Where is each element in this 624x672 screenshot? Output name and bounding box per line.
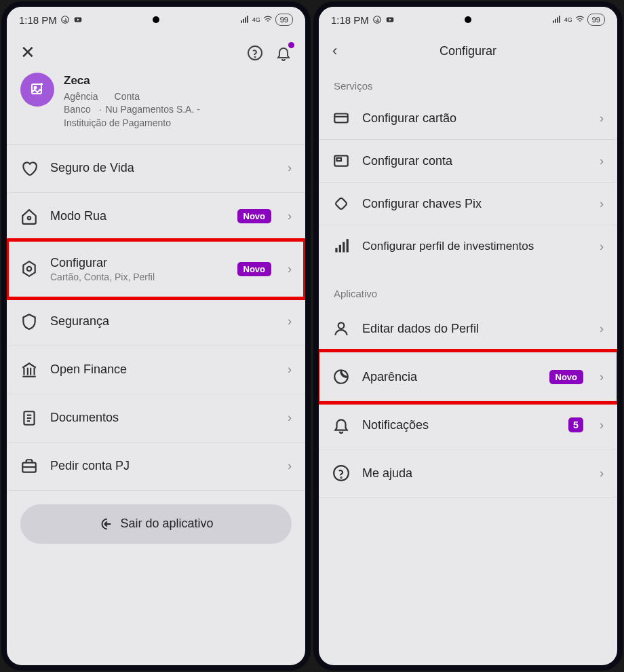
screen-header: ‹ Configurar [319, 33, 617, 72]
settings-list: Configurar cartão › Configurar conta › C… [319, 97, 617, 267]
svg-rect-33 [339, 245, 341, 253]
home-shield-icon [20, 208, 38, 225]
svg-point-0 [62, 16, 69, 24]
chevron-right-icon: › [288, 362, 292, 377]
item-editar-perfil[interactable]: Editar dados do Perfil › [319, 305, 617, 353]
menu-modo-rua[interactable]: Modo Rua Novo › [7, 193, 305, 241]
help-icon[interactable] [247, 45, 263, 61]
battery-level: 99 [275, 14, 293, 26]
phone-right: 1:18 PM 4G 99 ‹ Configurar Serviços Conf… [313, 1, 623, 671]
svg-rect-32 [335, 248, 337, 253]
item-notificacoes[interactable]: Notificações 5 › [319, 401, 617, 449]
menu-label: Open Finance [50, 362, 275, 377]
menu-configurar[interactable]: Configurar Cartão, Conta, Pix, Perfil No… [7, 241, 305, 298]
avatar [20, 73, 54, 107]
account-label: Conta [115, 90, 140, 104]
whatsapp-icon [60, 15, 70, 24]
item-configurar-conta[interactable]: Configurar conta › [319, 140, 617, 183]
svg-rect-25 [557, 18, 558, 23]
close-icon[interactable]: ✕ [20, 42, 35, 63]
svg-rect-30 [337, 158, 342, 161]
person-icon [332, 320, 350, 337]
help-icon [332, 464, 350, 482]
svg-rect-35 [347, 239, 349, 253]
document-icon [20, 409, 38, 427]
svg-point-11 [28, 217, 31, 219]
chevron-right-icon: › [600, 418, 604, 432]
youtube-icon [385, 15, 395, 24]
chevron-right-icon: › [288, 161, 292, 175]
novo-badge: Novo [549, 370, 584, 384]
chevron-right-icon: › [600, 322, 604, 336]
svg-rect-31 [335, 198, 347, 210]
chevron-right-icon: › [288, 262, 292, 276]
count-badge: 5 [568, 417, 583, 432]
profile-name: Zeca [64, 73, 200, 89]
svg-rect-3 [241, 20, 242, 23]
menu-open-finance[interactable]: Open Finance › [7, 346, 305, 394]
item-configurar-cartao[interactable]: Configurar cartão › [319, 97, 617, 140]
status-time: 1:18 PM [19, 14, 57, 26]
bank-icon [20, 361, 38, 379]
network-label: 4G [564, 16, 572, 23]
menu-seguranca[interactable]: Segurança › [7, 298, 305, 346]
menu-label: Segurança [50, 314, 275, 329]
bank-name: Nu Pagamentos S.A. - [106, 103, 200, 117]
svg-rect-4 [243, 19, 244, 23]
svg-point-8 [255, 56, 256, 57]
logout-button[interactable]: Sair do aplicativo [20, 504, 292, 544]
youtube-icon [73, 15, 83, 24]
page-title: Configurar [353, 44, 583, 58]
briefcase-icon [20, 458, 38, 475]
menu-pedir-conta-pj[interactable]: Pedir conta PJ › [7, 443, 305, 491]
bell-icon[interactable] [275, 45, 292, 61]
svg-marker-12 [23, 261, 35, 276]
chevron-right-icon: › [288, 411, 292, 425]
app-settings-list: Editar dados do Perfil › Aparência Novo … [319, 305, 617, 665]
wifi-icon [575, 15, 585, 24]
menu-sublabel: Cartão, Conta, Pix, Perfil [50, 272, 225, 282]
menu-label: Aparência [362, 370, 537, 384]
bank-institution: Instituição de Pagamento [64, 117, 200, 130]
menu-label: Pedir conta PJ [50, 459, 275, 473]
bell-icon [332, 416, 350, 434]
svg-rect-34 [343, 242, 345, 253]
profile-section[interactable]: Zeca Agência Conta Banco · Nu Pagamentos… [7, 69, 305, 145]
chart-icon [332, 238, 350, 255]
wifi-icon [263, 15, 273, 24]
account-icon [332, 152, 350, 170]
svg-point-36 [338, 322, 345, 329]
moon-icon [332, 368, 350, 386]
section-services: Serviços [319, 72, 617, 97]
svg-point-10 [35, 87, 37, 89]
menu-seguro-vida[interactable]: Seguro de Vida › [7, 145, 305, 193]
heart-icon [20, 160, 38, 177]
pix-icon [332, 195, 350, 212]
menu-list: Seguro de Vida › Modo Rua Novo › Configu… [7, 145, 305, 665]
menu-label: Editar dados do Perfil [362, 322, 587, 336]
novo-badge: Novo [237, 209, 272, 223]
svg-rect-5 [245, 18, 246, 23]
menu-label: Modo Rua [50, 209, 225, 223]
status-bar: 1:18 PM 4G 99 [7, 7, 305, 33]
menu-label: Seguro de Vida [50, 161, 275, 175]
chevron-right-icon: › [600, 197, 604, 211]
chevron-right-icon: › [288, 314, 292, 329]
back-icon[interactable]: ‹ [332, 42, 353, 60]
item-aparencia[interactable]: Aparência Novo › [319, 353, 617, 401]
network-label: 4G [252, 16, 260, 23]
item-configurar-pix[interactable]: Configurar chaves Pix › [319, 183, 617, 225]
item-configurar-investimentos[interactable]: Configurar perfil de investimentos › [319, 225, 617, 267]
shield-icon [20, 313, 38, 331]
menu-label: Configurar cartão [362, 111, 587, 126]
svg-rect-24 [555, 19, 556, 23]
svg-point-20 [374, 16, 381, 24]
chevron-right-icon: › [600, 154, 604, 168]
svg-point-39 [340, 477, 341, 478]
status-bar: 1:18 PM 4G 99 [319, 7, 617, 33]
whatsapp-icon [372, 15, 382, 24]
menu-label: Configurar chaves Pix [362, 197, 587, 211]
item-me-ajuda[interactable]: Me ajuda › [319, 449, 617, 498]
menu-documentos[interactable]: Documentos › [7, 394, 305, 443]
chevron-right-icon: › [600, 466, 604, 481]
